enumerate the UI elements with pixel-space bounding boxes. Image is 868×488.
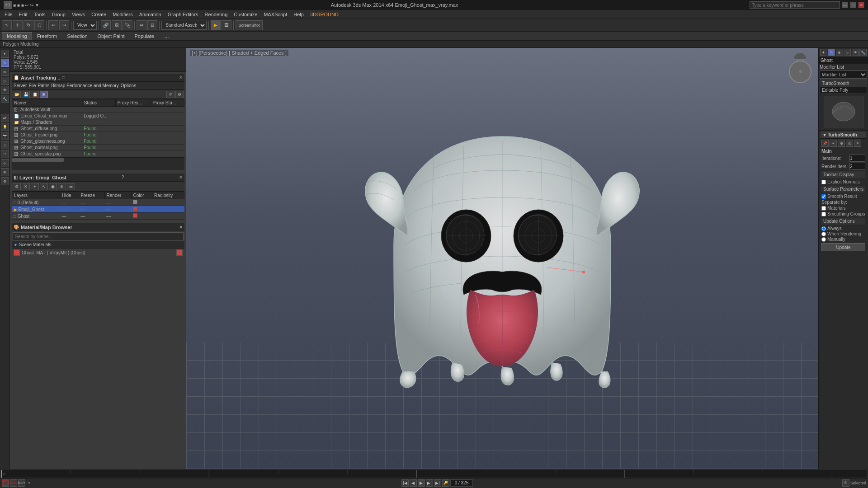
rp-motion-btn[interactable]: ▷ (844, 49, 851, 56)
layer-tb-highlight-btn[interactable]: ◉ (49, 183, 57, 190)
anim-key-mode-btn[interactable]: 🔑 (442, 479, 449, 487)
ls-helper-icon[interactable]: ⊹ (1, 159, 9, 167)
ls-create-icon[interactable]: ✦ (1, 50, 9, 58)
ts-smoothing-groups-cb[interactable] (821, 212, 826, 216)
layer-tb-merge-btn[interactable]: ⊕ (58, 183, 66, 190)
tab-populate[interactable]: Populate (129, 32, 159, 40)
tb-render-btn[interactable]: ▶ (211, 20, 221, 30)
at-row-specular[interactable]: 🖼 Ghost_specular.png Found (12, 151, 184, 157)
ts-iterations-input[interactable] (849, 155, 865, 162)
layer-tb-delete-btn[interactable]: ✕ (22, 183, 30, 190)
rp-expand-icon[interactable]: + (830, 140, 837, 147)
at-row-glossiness[interactable]: 🖼 Ghost_glossiness.png Found (12, 138, 184, 145)
ts-when-rendering-radio[interactable] (821, 232, 826, 236)
tb-mirror-btn[interactable]: ⇔ (137, 20, 146, 30)
ls-asset-icon[interactable]: AT (1, 114, 9, 122)
at-tb-refresh-btn[interactable]: ↺ (166, 91, 175, 98)
anim-time-config-btn[interactable]: ⏱ (842, 479, 849, 487)
menu-views[interactable]: Views (69, 11, 88, 18)
nav-cube-body[interactable]: ⊕ (789, 61, 811, 83)
layer-row-emoji-ghost[interactable]: ▶ Emoji_Ghost ——— (12, 206, 184, 213)
ts-explicit-normals-cb[interactable] (821, 180, 826, 184)
ts-manually-radio[interactable] (821, 237, 826, 242)
material-panel-header[interactable]: 🎨 Material/Map Browser ✕ (12, 223, 184, 231)
minimize-button[interactable]: — (842, 2, 848, 8)
anim-play-btn[interactable]: ▶ (418, 479, 425, 487)
layer-row-ghost[interactable]: □ Ghost ——— (12, 213, 184, 220)
at-scrollbar[interactable] (12, 157, 184, 162)
tb-unlink-btn[interactable]: ⛓ (112, 20, 122, 30)
at-tb-open-btn[interactable]: 📂 (13, 91, 21, 98)
layer-close-btn[interactable]: ✕ (179, 175, 183, 180)
ls-shape-icon[interactable]: ∷ (1, 150, 9, 158)
at-menu-bitmap[interactable]: Bitmap Performance and Memory (51, 83, 119, 88)
mat-section-header[interactable]: ▼ Scene Materials (12, 241, 184, 249)
tab-object-paint[interactable]: Object Paint (93, 32, 130, 40)
at-tb-copy-btn[interactable]: 📋 (31, 91, 39, 98)
menu-group[interactable]: Group (49, 11, 68, 18)
at-row-maps[interactable]: 📁 Maps / Shaders (12, 119, 184, 126)
rp-track-icon[interactable]: ◎ (846, 140, 853, 147)
anim-next-frame-btn[interactable]: ▶| (426, 479, 433, 487)
anim-key-btn[interactable]: ⬛ (2, 479, 9, 487)
layer-panel-header[interactable]: ◧ Layer: Emoji_Ghost ? ✕ (12, 174, 184, 182)
ls-camera-icon[interactable]: 📷 (1, 132, 9, 140)
tab-freeform[interactable]: Freeform (32, 32, 62, 40)
ts-surface-params-header[interactable]: Surface Parameters (821, 186, 865, 192)
rp-turbsmooth-header[interactable]: ▼ TurboSmooth (821, 131, 866, 139)
ts-always-radio[interactable] (821, 226, 826, 231)
maximize-button[interactable]: □ (850, 2, 856, 8)
tb-align-btn[interactable]: ⊟ (147, 20, 157, 30)
mat-item-ghost[interactable]: Ghost_MAT ( VRayMtl ) [Ghost] (12, 249, 184, 257)
menu-3dground[interactable]: 3DGROUND (307, 11, 341, 18)
ls-geo-icon[interactable]: ◇ (1, 141, 9, 149)
nav-cube[interactable]: ⊕ (787, 52, 814, 80)
close-button[interactable]: ✕ (858, 2, 864, 8)
layer-tb-add-btn[interactable]: + (31, 183, 39, 190)
asset-tracking-header[interactable]: 📋 Asset Tracking _ □ ✕ (12, 74, 184, 82)
at-tb-vault-btn[interactable]: ▣ (40, 91, 48, 98)
menu-file[interactable]: File (2, 11, 15, 18)
at-row-fresnel[interactable]: 🖼 Ghost_fresnel.png Found (12, 132, 184, 138)
ls-utilities-icon[interactable]: 🔧 (1, 95, 9, 103)
tb-view-dropdown[interactable]: View (73, 21, 97, 30)
rp-wire-icon[interactable]: ≡ (854, 140, 861, 147)
anim-frame-display[interactable]: 0 / 325 (450, 479, 473, 487)
mat-close-btn[interactable]: ✕ (179, 225, 183, 230)
tb-scale-btn[interactable]: ⬡ (34, 20, 44, 30)
ts-update-button[interactable]: Update (821, 243, 865, 251)
at-minimize-btn[interactable]: _ (58, 75, 61, 80)
rp-editablepoly-item[interactable]: Editable Poly (820, 87, 867, 94)
layer-tb-select-btn[interactable]: ↖ (40, 183, 48, 190)
rp-turbosmooth-item[interactable]: TurboSmooth (820, 80, 867, 87)
tb-screenshot-btn[interactable]: ScreenShot (236, 20, 263, 30)
at-restore-btn[interactable]: □ (62, 75, 65, 80)
tb-renderframe-btn[interactable]: 🖼 (222, 20, 231, 30)
anim-go-start-btn[interactable]: |◀ (401, 479, 409, 487)
ls-light-icon[interactable]: 💡 (1, 123, 9, 131)
at-row-vault[interactable]: 🗄 Autodesk Vault (12, 107, 184, 113)
ls-modify-icon[interactable]: ✎ (1, 59, 9, 67)
tb-renderpreset-dropdown[interactable]: Standard Assets... (161, 21, 207, 30)
rp-display-btn[interactable]: 👁 (852, 49, 859, 56)
menu-maxscript[interactable]: MAXScript (261, 11, 290, 18)
menu-create[interactable]: Create (89, 11, 109, 18)
at-row-maxfile[interactable]: 📄 Emoji_Ghost_max.max Logged O... (12, 113, 184, 119)
ls-display-icon[interactable]: 👁 (1, 86, 9, 94)
ls-hierarchy-icon[interactable]: ⊕ (1, 68, 9, 76)
at-menu-options[interactable]: Options (121, 83, 136, 88)
ts-render-iters-input[interactable] (849, 163, 865, 170)
tb-undo-btn[interactable]: ↩ (48, 20, 58, 30)
anim-prev-frame-btn[interactable]: ◀ (410, 479, 417, 487)
tab-modeling[interactable]: Modeling (2, 32, 32, 40)
menu-customize[interactable]: Customize (231, 11, 260, 18)
ts-materials-cb[interactable] (821, 206, 826, 211)
rp-modifier-list-dropdown[interactable]: Modifier List (820, 70, 867, 79)
tb-rotate-btn[interactable]: ↻ (24, 20, 33, 30)
at-menu-file[interactable]: File (28, 83, 36, 88)
tb-link-btn[interactable]: 🔗 (101, 20, 111, 30)
at-menu-server[interactable]: Server (14, 83, 27, 88)
menu-modifiers[interactable]: Modifiers (110, 11, 136, 18)
at-tb-save-btn[interactable]: 💾 (22, 91, 30, 98)
anim-go-end-btn[interactable]: ▶| (434, 479, 441, 487)
